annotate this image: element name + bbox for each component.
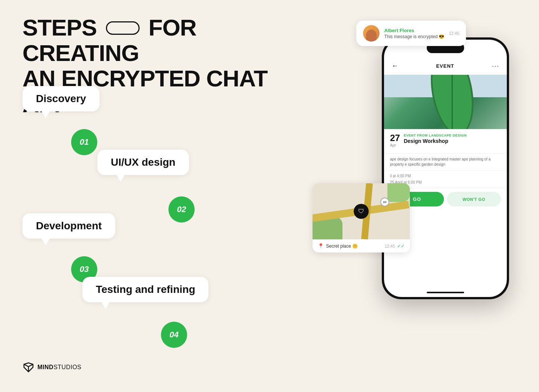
step4-bubble: Testing and refining	[82, 277, 208, 302]
logo-brand: MIND	[37, 364, 54, 370]
step1-label: Discovery	[36, 93, 86, 104]
map-time-row: 12:45 ✓✓	[384, 244, 405, 249]
title-pill-decoration	[106, 21, 140, 35]
wont-go-button[interactable]: WON'T GO	[447, 192, 501, 206]
step4-number: 04	[161, 322, 187, 348]
event-date-block: 27 Apr	[390, 134, 400, 147]
logo-text: MINDSTUDIOS	[37, 364, 82, 371]
step4-tail	[101, 301, 110, 309]
event-image	[384, 75, 507, 129]
map-green-patch2	[387, 183, 410, 202]
mindstudios-logo-icon	[22, 361, 34, 373]
map-badge-85: 85	[380, 197, 389, 206]
notif-avatar	[363, 25, 380, 42]
step2-number: 02	[168, 196, 195, 223]
dots-menu-icon[interactable]: ···	[492, 63, 499, 70]
event-day: 27	[390, 134, 400, 143]
step2-bubble: UI/UX design	[97, 150, 189, 175]
title-steps: STEPS	[22, 15, 97, 40]
step1-tail	[41, 111, 50, 118]
mindstudios-logo: MINDSTUDIOS	[22, 361, 82, 373]
event-info: 27 Apr EVENT FROM LANDSCAPE DESIGN Desig…	[384, 129, 507, 154]
step4-label: Testing and refining	[96, 284, 195, 295]
map-location: 📍 Secret place 🤫	[318, 243, 358, 249]
step2-tail	[116, 174, 125, 182]
step3-label: Development	[36, 220, 102, 232]
map-card: 85 🛡 📍 Secret place 🤫 12:45 ✓✓	[313, 183, 410, 252]
map-check-icon: ✓✓	[397, 244, 405, 249]
notification-bubble: Albert Flores This message is encrypted …	[356, 21, 466, 46]
event-title: Design Workshop	[404, 138, 501, 144]
notif-time: 12:45	[449, 31, 459, 36]
map-time: 12:45	[384, 244, 395, 248]
step1-bubble: Discovery	[22, 86, 100, 111]
map-area: 85 🛡	[313, 183, 410, 239]
phone-screen: ← EVENT ··· 27 Apr	[384, 40, 507, 297]
step2-label: UI/UX design	[111, 156, 176, 168]
logo-studios: STUDIOS	[54, 364, 82, 370]
event-month: Apr	[390, 143, 400, 147]
notif-message-text: This message is encrypted 😎	[384, 34, 444, 39]
step3-bubble: Development	[22, 213, 115, 239]
phone-header-title: EVENT	[436, 63, 454, 69]
phone-container: ← EVENT ··· 27 Apr	[382, 37, 509, 299]
event-description: ape design focuses on e integrated maste…	[384, 154, 507, 171]
shield-icon: 🛡	[358, 208, 364, 215]
step1-number: 01	[71, 129, 97, 155]
back-arrow-icon[interactable]: ←	[392, 62, 398, 70]
map-location-text: Secret place 🤫	[326, 244, 358, 249]
main-title-section: STEPS FOR CREATING AN ENCRYPTED CHAT APP	[22, 15, 284, 136]
location-icon: 📍	[318, 243, 324, 249]
event-leaf-svg	[418, 75, 486, 129]
home-indicator	[427, 292, 464, 293]
event-right: EVENT FROM LANDSCAPE DESIGN Design Works…	[404, 134, 501, 144]
phone-frame: ← EVENT ··· 27 Apr	[382, 37, 509, 299]
map-pin: 🛡	[354, 204, 369, 219]
event-date-row: 27 Apr EVENT FROM LANDSCAPE DESIGN Desig…	[390, 134, 501, 147]
notif-content: Albert Flores This message is encrypted …	[384, 28, 444, 39]
map-footer: 📍 Secret place 🤫 12:45 ✓✓	[313, 239, 410, 252]
event-category: EVENT FROM LANDSCAPE DESIGN	[404, 134, 501, 137]
notif-sender-name: Albert Flores	[384, 28, 444, 33]
step3-tail	[41, 238, 50, 245]
event-time1: il at 4:00 PM	[390, 173, 501, 179]
avatar-figure	[366, 30, 377, 42]
